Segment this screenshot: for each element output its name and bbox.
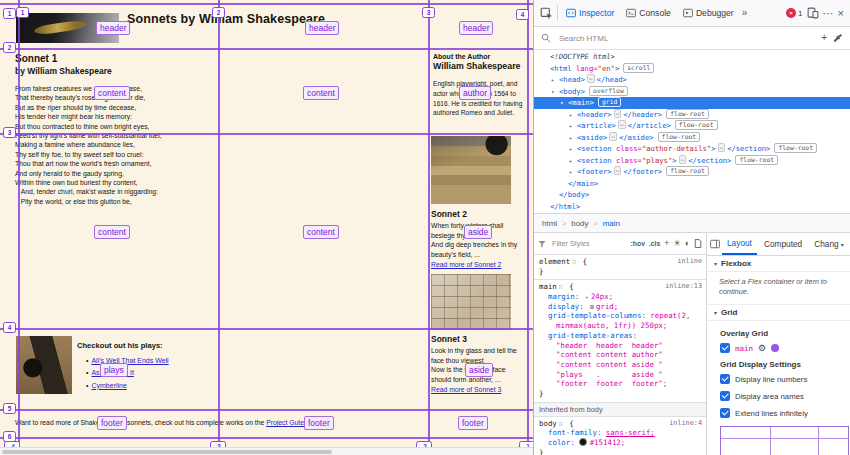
tree-row-header[interactable]: ▸<header>⋯</header>flow-root bbox=[534, 109, 850, 121]
rule-source-link[interactable]: inline bbox=[677, 257, 702, 267]
light-mode-icon[interactable]: ☀ bbox=[673, 239, 681, 248]
grid-color-swatch[interactable] bbox=[771, 344, 779, 352]
meatball-menu-icon[interactable]: ⋯ bbox=[823, 8, 834, 19]
tree-row-footer[interactable]: ▸<footer>⋯</footer>flow-root bbox=[534, 166, 850, 178]
color-swatch[interactable] bbox=[579, 438, 587, 446]
flexbox-section-header[interactable]: ▾Flexbox bbox=[707, 256, 850, 272]
tree-row-section-author[interactable]: ▸<section class="author-details">⋯</sect… bbox=[534, 143, 850, 155]
breadcrumb-main[interactable]: main bbox=[603, 219, 620, 228]
sonnet3-photo bbox=[431, 274, 511, 330]
read-more-sonnet3-link[interactable]: Read more of Sonnet 3 bbox=[431, 386, 501, 393]
rule-element: element∷ {inline } bbox=[534, 255, 706, 280]
grid-column-line-4 bbox=[527, 0, 529, 447]
collapsed-content-icon[interactable]: ⋯ bbox=[587, 74, 595, 83]
checkbox-display-line-numbers[interactable] bbox=[720, 374, 730, 384]
sidebar-toggle-icon[interactable] bbox=[710, 239, 720, 249]
search-html-input[interactable] bbox=[557, 33, 815, 44]
tree-row-html[interactable]: <html lang="en">scroll bbox=[534, 63, 850, 75]
plays-heading: Checkout out his plays: bbox=[77, 341, 163, 350]
close-devtools-icon[interactable]: × bbox=[838, 8, 844, 19]
grid-badge[interactable]: grid bbox=[598, 97, 621, 107]
grid-area-label: content bbox=[94, 225, 130, 239]
tree-row-body[interactable]: ▾<body>overflow bbox=[534, 86, 850, 98]
filter-styles-input[interactable] bbox=[550, 238, 600, 249]
overflow-badge[interactable]: overflow bbox=[589, 86, 628, 96]
plays-photo bbox=[16, 336, 72, 394]
grid-outline-preview bbox=[720, 426, 849, 455]
tab-changes[interactable]: Chang bbox=[809, 233, 838, 255]
grid-line-number-badge: 1 bbox=[16, 7, 29, 18]
more-tabs-chevron[interactable]: » bbox=[742, 8, 748, 18]
grid-line-number-badge: 1 bbox=[3, 8, 16, 19]
tab-computed[interactable]: Computed bbox=[759, 233, 807, 255]
tree-row-section-plays[interactable]: ▸<section class="plays">⋯</section>flow-… bbox=[534, 155, 850, 167]
dark-mode-icon[interactable]: ◐ bbox=[685, 239, 690, 248]
tree-row-html-close[interactable]: </html> bbox=[534, 201, 850, 213]
devtools-panel: Inspector Console Debugger » × 1 ⋯ × bbox=[533, 0, 850, 455]
tab-layout[interactable]: Layout bbox=[722, 233, 757, 255]
filter-icon bbox=[538, 240, 546, 248]
rule-source-link[interactable]: inline:13 bbox=[665, 282, 702, 292]
tree-row-main-close[interactable]: </main> bbox=[534, 178, 850, 190]
breadcrumb: html > body > main bbox=[534, 213, 850, 233]
tree-row-article[interactable]: ▸<article>⋯</article>flow-root bbox=[534, 120, 850, 132]
search-icon bbox=[541, 33, 551, 43]
checkbox-display-area-names[interactable] bbox=[720, 391, 730, 401]
checkbox-extend-lines-infinitely[interactable] bbox=[720, 408, 730, 418]
element-picker-icon[interactable] bbox=[540, 7, 553, 20]
sonnet2-photo bbox=[431, 136, 511, 204]
add-rule-icon[interactable]: + bbox=[664, 239, 669, 248]
scrollbar-thumb[interactable] bbox=[2, 450, 332, 454]
add-node-icon[interactable]: + bbox=[821, 33, 827, 43]
setting-row: Display area names bbox=[720, 391, 850, 401]
grid-highlighter-icon[interactable]: ⊞ bbox=[590, 303, 594, 311]
bullet-icon: • bbox=[86, 369, 88, 376]
collapsed-content-icon[interactable]: ⋯ bbox=[679, 155, 687, 164]
error-count-badge[interactable]: × 1 bbox=[786, 8, 802, 18]
checkbox-overlay-main[interactable] bbox=[720, 343, 730, 353]
grid-section-header[interactable]: ▾Grid bbox=[707, 305, 850, 321]
setting-row: Display line numbers bbox=[720, 374, 850, 384]
grid-row-line-1 bbox=[0, 3, 533, 5]
gear-icon[interactable]: ⚙ bbox=[758, 344, 766, 353]
grid-display-settings-title: Grid Display Settings bbox=[720, 360, 850, 369]
scroll-badge[interactable]: scroll bbox=[623, 63, 654, 73]
grid-column-line-3 bbox=[428, 0, 430, 447]
breadcrumb-body[interactable]: body bbox=[571, 219, 588, 228]
tab-debugger[interactable]: Debugger bbox=[679, 0, 738, 26]
search-html-bar: + bbox=[534, 27, 850, 50]
tab-inspector[interactable]: Inspector bbox=[562, 0, 618, 26]
play-link-cymberline[interactable]: Cymberline bbox=[91, 382, 126, 389]
layout-sidebar: Layout Computed Chang ▾ ▾Flexbox Select … bbox=[707, 233, 850, 455]
tab-console[interactable]: Console bbox=[622, 0, 675, 26]
toggle-classes[interactable]: .cls bbox=[649, 240, 660, 247]
grid-container-name[interactable]: main bbox=[735, 344, 753, 353]
grid-area-label: content bbox=[303, 86, 339, 100]
tree-row-main-selected[interactable]: ▾<main>grid bbox=[534, 97, 850, 109]
horizontal-scrollbar[interactable] bbox=[0, 447, 533, 455]
collapsed-content-icon[interactable]: ⋯ bbox=[618, 120, 626, 129]
collapsed-content-icon[interactable]: ⋯ bbox=[614, 109, 622, 118]
toggle-pseudo-classes[interactable]: :hov bbox=[631, 240, 645, 247]
breadcrumb-html[interactable]: html bbox=[542, 219, 557, 228]
sonnet1-byline: by William Shakespeare bbox=[15, 66, 112, 76]
rules-pane: :hov .cls + ☀ ◐ element∷ {inline } mai bbox=[534, 233, 707, 455]
tree-row-aside[interactable]: ▸<aside>⋯</aside>flow-root bbox=[534, 132, 850, 144]
read-more-sonnet2-link[interactable]: Read more of Sonnet 2 bbox=[431, 261, 501, 268]
tab-overflow-chevron-icon[interactable]: ▾ bbox=[841, 241, 844, 248]
print-media-icon[interactable] bbox=[694, 239, 702, 248]
font-family-link[interactable]: sans-serif; bbox=[606, 428, 655, 437]
collapsed-content-icon[interactable]: ⋯ bbox=[614, 166, 622, 175]
shorthand-expander-icon[interactable]: ▸ bbox=[586, 294, 589, 300]
chevron-down-icon: ▾ bbox=[714, 260, 717, 267]
tree-row-head[interactable]: ▸<head>⋯</head> bbox=[534, 74, 850, 86]
rule-source-link[interactable]: inline:4 bbox=[669, 419, 702, 429]
collapsed-content-icon[interactable]: ⋯ bbox=[718, 143, 726, 152]
grid-row-line-6 bbox=[0, 437, 533, 439]
collapsed-content-icon[interactable]: ⋯ bbox=[609, 132, 617, 141]
rule-body: body∷ {inline:4 font-family: sans-serif;… bbox=[534, 417, 706, 455]
responsive-design-mode-icon[interactable] bbox=[807, 7, 819, 19]
tree-row-doctype[interactable]: <!DOCTYPE html> bbox=[534, 51, 850, 63]
eyedropper-icon[interactable] bbox=[833, 33, 843, 43]
tree-row-body-close[interactable]: </body> bbox=[534, 189, 850, 201]
